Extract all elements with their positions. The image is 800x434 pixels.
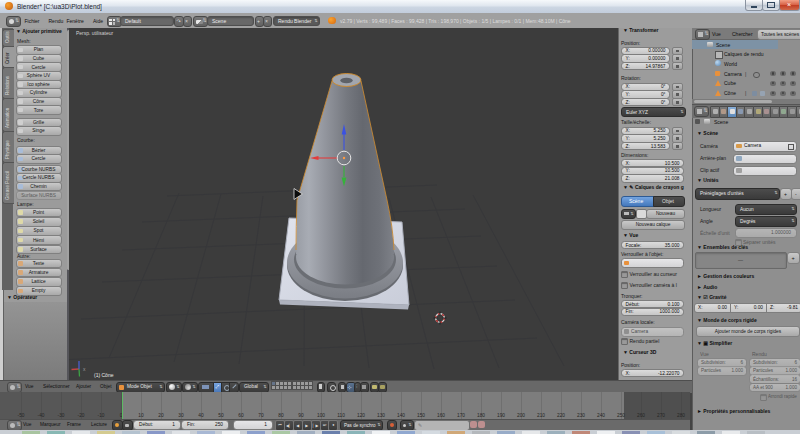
svg-text:x: x	[83, 366, 86, 372]
